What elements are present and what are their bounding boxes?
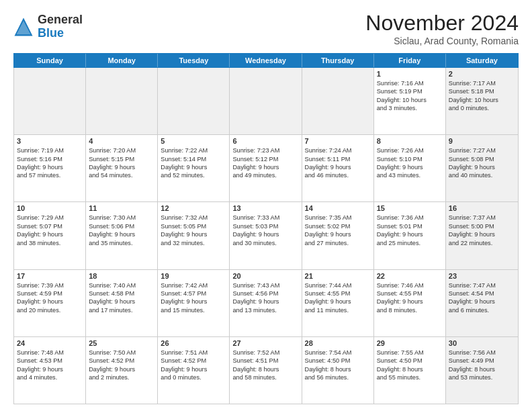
- day-number: 7: [305, 137, 371, 145]
- cal-cell-r3c1: 18Sunrise: 7:40 AM Sunset: 4:58 PM Dayli…: [86, 270, 158, 336]
- cal-cell-r3c2: 19Sunrise: 7:42 AM Sunset: 4:57 PM Dayli…: [158, 270, 230, 336]
- header-wednesday: Wednesday: [230, 54, 302, 67]
- cal-cell-r3c3: 20Sunrise: 7:43 AM Sunset: 4:56 PM Dayli…: [230, 270, 302, 336]
- cal-row-2: 10Sunrise: 7:29 AM Sunset: 5:07 PM Dayli…: [14, 202, 518, 269]
- cell-text: Sunrise: 7:22 AM Sunset: 5:14 PM Dayligh…: [161, 146, 226, 180]
- cal-cell-r1c6: 9Sunrise: 7:27 AM Sunset: 5:08 PM Daylig…: [446, 135, 518, 201]
- cal-cell-r2c1: 11Sunrise: 7:30 AM Sunset: 5:06 PM Dayli…: [86, 202, 158, 269]
- day-number: 28: [305, 339, 371, 347]
- cell-text: Sunrise: 7:33 AM Sunset: 5:03 PM Dayligh…: [232, 214, 298, 247]
- cal-cell-r4c3: 27Sunrise: 7:52 AM Sunset: 4:51 PM Dayli…: [230, 337, 302, 404]
- cal-row-1: 3Sunrise: 7:19 AM Sunset: 5:16 PM Daylig…: [14, 135, 518, 202]
- header-monday: Monday: [86, 54, 158, 67]
- cal-cell-r0c0: [14, 68, 86, 134]
- cal-cell-r0c6: 2Sunrise: 7:17 AM Sunset: 5:18 PM Daylig…: [446, 68, 518, 134]
- header-saturday: Saturday: [446, 54, 518, 67]
- day-number: 27: [232, 339, 298, 347]
- logo: General Blue: [13, 13, 83, 40]
- cell-text: Sunrise: 7:39 AM Sunset: 4:59 PM Dayligh…: [17, 281, 83, 315]
- cal-cell-r3c6: 23Sunrise: 7:47 AM Sunset: 4:54 PM Dayli…: [446, 270, 518, 336]
- cell-text: Sunrise: 7:20 AM Sunset: 5:15 PM Dayligh…: [89, 146, 154, 180]
- cell-text: Sunrise: 7:42 AM Sunset: 4:57 PM Dayligh…: [161, 281, 226, 315]
- cal-cell-r0c5: 1Sunrise: 7:16 AM Sunset: 5:19 PM Daylig…: [374, 68, 446, 134]
- header: General Blue November 2024 Siclau, Arad …: [13, 11, 519, 46]
- cal-cell-r0c2: [158, 68, 230, 134]
- header-thursday: Thursday: [302, 54, 374, 67]
- cell-text: Sunrise: 7:23 AM Sunset: 5:12 PM Dayligh…: [232, 146, 298, 180]
- cell-text: Sunrise: 7:50 AM Sunset: 4:52 PM Dayligh…: [89, 349, 154, 382]
- cell-text: Sunrise: 7:19 AM Sunset: 5:16 PM Dayligh…: [17, 146, 83, 180]
- cell-text: Sunrise: 7:27 AM Sunset: 5:08 PM Dayligh…: [449, 146, 515, 180]
- cell-text: Sunrise: 7:51 AM Sunset: 4:52 PM Dayligh…: [161, 349, 226, 382]
- cal-cell-r1c5: 8Sunrise: 7:26 AM Sunset: 5:10 PM Daylig…: [374, 135, 446, 201]
- cal-cell-r4c5: 29Sunrise: 7:55 AM Sunset: 4:50 PM Dayli…: [374, 337, 446, 404]
- cal-cell-r3c5: 22Sunrise: 7:46 AM Sunset: 4:55 PM Dayli…: [374, 270, 446, 336]
- cal-cell-r3c4: 21Sunrise: 7:44 AM Sunset: 4:55 PM Dayli…: [302, 270, 374, 336]
- day-number: 29: [377, 339, 443, 347]
- day-number: 16: [449, 204, 515, 212]
- cell-text: Sunrise: 7:47 AM Sunset: 4:54 PM Dayligh…: [449, 281, 515, 315]
- cell-text: Sunrise: 7:35 AM Sunset: 5:02 PM Dayligh…: [305, 214, 371, 247]
- cal-row-3: 17Sunrise: 7:39 AM Sunset: 4:59 PM Dayli…: [14, 270, 518, 337]
- day-number: 5: [161, 137, 226, 145]
- month-title: November 2024: [365, 11, 519, 36]
- day-number: 20: [232, 272, 298, 280]
- day-number: 10: [17, 204, 83, 212]
- cell-text: Sunrise: 7:56 AM Sunset: 4:49 PM Dayligh…: [449, 349, 515, 382]
- day-number: 11: [89, 204, 154, 212]
- cell-text: Sunrise: 7:36 AM Sunset: 5:01 PM Dayligh…: [377, 214, 443, 247]
- cal-cell-r4c4: 28Sunrise: 7:54 AM Sunset: 4:50 PM Dayli…: [302, 337, 374, 404]
- day-number: 17: [17, 272, 83, 280]
- cell-text: Sunrise: 7:43 AM Sunset: 4:56 PM Dayligh…: [232, 281, 298, 315]
- cell-text: Sunrise: 7:55 AM Sunset: 4:50 PM Dayligh…: [377, 349, 443, 382]
- cal-cell-r1c3: 6Sunrise: 7:23 AM Sunset: 5:12 PM Daylig…: [230, 135, 302, 201]
- cell-text: Sunrise: 7:16 AM Sunset: 5:19 PM Dayligh…: [377, 79, 443, 113]
- cal-cell-r2c2: 12Sunrise: 7:32 AM Sunset: 5:05 PM Dayli…: [158, 202, 230, 269]
- cal-cell-r2c3: 13Sunrise: 7:33 AM Sunset: 5:03 PM Dayli…: [230, 202, 302, 269]
- cal-cell-r0c1: [86, 68, 158, 134]
- header-tuesday: Tuesday: [158, 54, 230, 67]
- day-number: 25: [89, 339, 154, 347]
- logo-blue: Blue: [38, 26, 64, 40]
- day-number: 21: [305, 272, 371, 280]
- svg-marker-1: [17, 21, 31, 34]
- logo-icon: [13, 17, 34, 37]
- cal-cell-r2c0: 10Sunrise: 7:29 AM Sunset: 5:07 PM Dayli…: [14, 202, 86, 269]
- day-number: 8: [377, 137, 443, 145]
- cell-text: Sunrise: 7:52 AM Sunset: 4:51 PM Dayligh…: [232, 349, 298, 382]
- cell-text: Sunrise: 7:26 AM Sunset: 5:10 PM Dayligh…: [377, 146, 443, 180]
- day-number: 24: [17, 339, 83, 347]
- calendar-header: Sunday Monday Tuesday Wednesday Thursday…: [13, 53, 519, 68]
- logo-general: General: [38, 13, 83, 26]
- cal-cell-r4c0: 24Sunrise: 7:48 AM Sunset: 4:53 PM Dayli…: [14, 337, 86, 404]
- cal-cell-r4c2: 26Sunrise: 7:51 AM Sunset: 4:52 PM Dayli…: [158, 337, 230, 404]
- cal-cell-r0c4: [302, 68, 374, 134]
- day-number: 18: [89, 272, 154, 280]
- cal-cell-r4c1: 25Sunrise: 7:50 AM Sunset: 4:52 PM Dayli…: [86, 337, 158, 404]
- cal-cell-r1c4: 7Sunrise: 7:24 AM Sunset: 5:11 PM Daylig…: [302, 135, 374, 201]
- day-number: 19: [161, 272, 226, 280]
- cal-row-4: 24Sunrise: 7:48 AM Sunset: 4:53 PM Dayli…: [14, 337, 518, 404]
- day-number: 14: [305, 204, 371, 212]
- cell-text: Sunrise: 7:48 AM Sunset: 4:53 PM Dayligh…: [17, 349, 83, 382]
- day-number: 13: [232, 204, 298, 212]
- day-number: 4: [89, 137, 154, 145]
- day-number: 6: [232, 137, 298, 145]
- cal-cell-r1c0: 3Sunrise: 7:19 AM Sunset: 5:16 PM Daylig…: [14, 135, 86, 201]
- day-number: 23: [449, 272, 515, 280]
- day-number: 30: [449, 339, 515, 347]
- day-number: 9: [449, 137, 515, 145]
- logo-text: General Blue: [38, 13, 83, 40]
- cell-text: Sunrise: 7:40 AM Sunset: 4:58 PM Dayligh…: [89, 281, 154, 315]
- header-sunday: Sunday: [14, 54, 86, 67]
- day-number: 22: [377, 272, 443, 280]
- cell-text: Sunrise: 7:46 AM Sunset: 4:55 PM Dayligh…: [377, 281, 443, 315]
- calendar: Sunday Monday Tuesday Wednesday Thursday…: [13, 53, 519, 404]
- day-number: 15: [377, 204, 443, 212]
- cal-cell-r0c3: [230, 68, 302, 134]
- cal-cell-r1c1: 4Sunrise: 7:20 AM Sunset: 5:15 PM Daylig…: [86, 135, 158, 201]
- cal-cell-r3c0: 17Sunrise: 7:39 AM Sunset: 4:59 PM Dayli…: [14, 270, 86, 336]
- cell-text: Sunrise: 7:30 AM Sunset: 5:06 PM Dayligh…: [89, 214, 154, 247]
- page: General Blue November 2024 Siclau, Arad …: [0, 0, 532, 411]
- cell-text: Sunrise: 7:32 AM Sunset: 5:05 PM Dayligh…: [161, 214, 226, 247]
